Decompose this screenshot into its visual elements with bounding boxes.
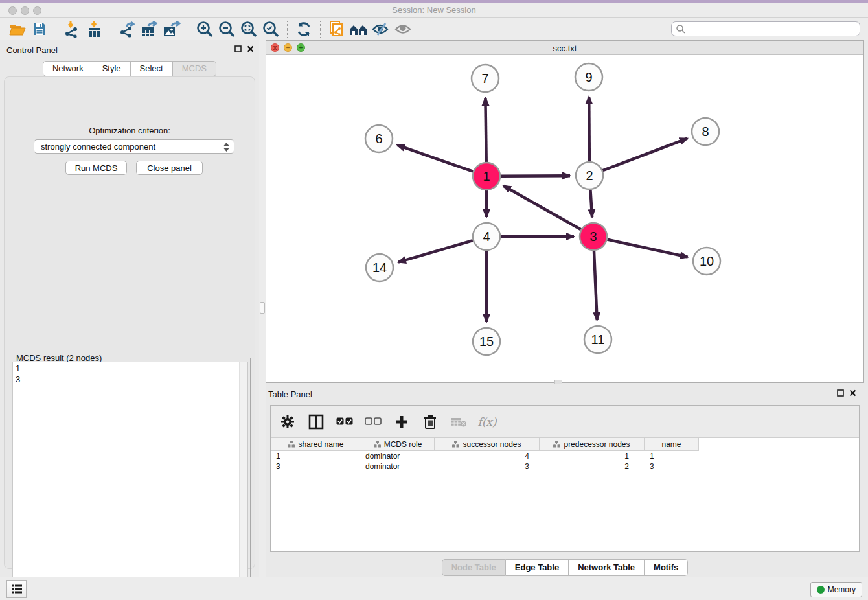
vertical-splitter[interactable]: [259, 40, 266, 577]
tab-edge-table[interactable]: Edge Table: [506, 559, 569, 576]
edge-2-8[interactable]: [603, 139, 687, 171]
select-all-columns-button[interactable]: [336, 413, 354, 431]
table-cell: dominator: [361, 451, 435, 461]
float-panel-icon[interactable]: [234, 45, 242, 52]
memory-button[interactable]: Memory: [810, 582, 862, 597]
dropdown-value: strongly connected component: [41, 142, 155, 152]
save-session-button[interactable]: [29, 19, 51, 39]
trash-icon: [424, 414, 437, 430]
splitter-grip[interactable]: [260, 302, 265, 314]
graph-node-3[interactable]: 3: [580, 223, 607, 250]
apply-layout-button[interactable]: [293, 19, 315, 39]
app-titlebar: Session: New Session: [0, 0, 868, 18]
delete-table-icon: [450, 416, 467, 428]
horizontal-splitter-grip[interactable]: [554, 380, 562, 384]
function-builder-button: f(x): [478, 413, 496, 431]
close-panel-button[interactable]: Close panel: [136, 161, 203, 175]
edge-4-14[interactable]: [398, 240, 473, 262]
close-panel-icon[interactable]: [849, 389, 856, 397]
edge-1-6[interactable]: [397, 145, 473, 172]
run-mcds-button[interactable]: Run MCDS: [65, 161, 127, 175]
zoom-out-button[interactable]: [216, 19, 238, 39]
first-neighbors-button[interactable]: [348, 19, 370, 39]
float-panel-icon[interactable]: [837, 389, 844, 397]
tab-select[interactable]: Select: [131, 61, 173, 76]
node-label: 9: [585, 70, 592, 84]
tab-mcds[interactable]: MCDS: [173, 61, 216, 76]
edge-3-11[interactable]: [594, 251, 597, 320]
export-network-button[interactable]: [117, 19, 139, 39]
delete-column-button[interactable]: [421, 413, 439, 431]
column-header-name[interactable]: name: [645, 438, 699, 451]
add-column-button[interactable]: [393, 413, 411, 431]
edge-2-3[interactable]: [590, 190, 592, 217]
table-settings-button[interactable]: [279, 413, 297, 431]
edge-3-1[interactable]: [503, 186, 581, 229]
show-all-button[interactable]: [392, 19, 414, 39]
control-panel-title: Control Panel: [6, 45, 58, 55]
optimization-criterion-dropdown[interactable]: strongly connected component: [34, 139, 234, 154]
status-bar: Memory: [0, 577, 868, 600]
graph-node-2[interactable]: 2: [576, 162, 603, 189]
plus-icon: [394, 415, 409, 429]
export-image-button[interactable]: [161, 19, 183, 39]
hide-selected-button[interactable]: [370, 19, 392, 39]
search-input[interactable]: [686, 23, 860, 35]
column-header-successor-nodes[interactable]: successor nodes: [435, 438, 540, 451]
edge-3-10[interactable]: [607, 240, 687, 257]
houses-icon: [348, 22, 369, 36]
stepper-arrows-icon: [223, 142, 230, 152]
column-type-icon: [288, 441, 295, 448]
zoom-selected-button[interactable]: [260, 19, 282, 39]
table-row[interactable]: 3dominator323: [271, 461, 699, 472]
mcds-tab-content: Optimization criterion: strongly connect…: [4, 76, 255, 569]
result-scrollbar[interactable]: [239, 362, 247, 597]
open-session-button[interactable]: [6, 19, 29, 39]
graph-node-4[interactable]: 4: [473, 223, 500, 250]
unselect-all-columns-button[interactable]: [364, 413, 382, 431]
graph-node-1[interactable]: 1: [473, 163, 500, 190]
graph-node-14[interactable]: 14: [366, 254, 393, 281]
tab-motifs[interactable]: Motifs: [645, 559, 688, 576]
export-table-icon: [141, 21, 159, 38]
network-from-selection-icon: [328, 20, 345, 38]
node-label: 8: [702, 124, 709, 139]
close-panel-icon[interactable]: [247, 45, 254, 52]
graph-node-6[interactable]: 6: [365, 125, 393, 152]
column-header-predecessor-nodes[interactable]: predecessor nodes: [540, 438, 645, 451]
tab-network-table[interactable]: Network Table: [569, 559, 645, 576]
zoom-in-button[interactable]: [194, 19, 216, 39]
import-table-button[interactable]: [84, 19, 106, 39]
show-column-panel-button[interactable]: [307, 413, 325, 431]
graph-node-11[interactable]: 11: [584, 326, 611, 353]
graph-node-7[interactable]: 7: [472, 65, 499, 92]
graph-node-8[interactable]: 8: [692, 118, 719, 145]
column-header-shared-name[interactable]: shared name: [271, 438, 361, 451]
import-network-button[interactable]: [62, 19, 84, 39]
edge-1-7[interactable]: [485, 98, 486, 162]
titlebar-accent-strip: [0, 0, 868, 3]
table-panel: Table Panel: [266, 386, 864, 577]
table-row[interactable]: 1dominator411: [271, 451, 699, 461]
tab-style[interactable]: Style: [93, 61, 131, 76]
open-folder-icon: [9, 22, 26, 36]
task-history-button[interactable]: [6, 580, 27, 598]
node-label: 11: [591, 332, 605, 347]
tab-node-table[interactable]: Node Table: [442, 559, 506, 576]
new-network-from-selection-button[interactable]: [326, 19, 348, 39]
graph-node-9[interactable]: 9: [575, 63, 602, 91]
export-image-icon: [163, 21, 181, 38]
network-canvas[interactable]: 1234678910111415: [266, 55, 863, 382]
tab-network[interactable]: Network: [43, 61, 93, 76]
mcds-result-textarea[interactable]: 1 3: [12, 362, 248, 598]
edge-1-2[interactable]: [501, 176, 570, 176]
zoom-fit-button[interactable]: [238, 19, 260, 39]
graph-node-15[interactable]: 15: [473, 328, 500, 355]
edge-2-9[interactable]: [589, 97, 589, 161]
import-table-icon: [87, 21, 102, 38]
export-table-button[interactable]: [139, 19, 161, 39]
search-box: [671, 21, 860, 36]
table-cell: 1: [540, 451, 645, 461]
graph-node-10[interactable]: 10: [693, 248, 720, 275]
column-header-MCDS-role[interactable]: MCDS role: [361, 438, 435, 451]
